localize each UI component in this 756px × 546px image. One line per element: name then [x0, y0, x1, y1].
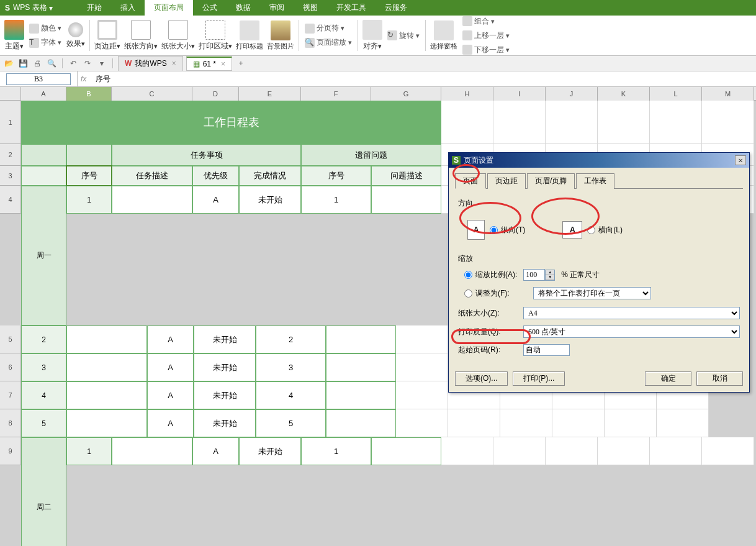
cell[interactable]: [66, 381, 147, 409]
print-quality-select[interactable]: 600 点/英寸: [523, 325, 740, 338]
cell[interactable]: [21, 144, 66, 166]
col-header[interactable]: C: [112, 87, 192, 101]
cell[interactable]: [500, 409, 552, 437]
cell[interactable]: [396, 353, 448, 381]
col-header[interactable]: G: [371, 87, 441, 101]
cell[interactable]: A: [147, 325, 194, 353]
row-header[interactable]: 4: [0, 186, 21, 214]
tab-review[interactable]: 审阅: [260, 0, 294, 16]
background-button[interactable]: 背景图片: [266, 19, 295, 52]
fit-to-select[interactable]: 将整个工作表打印在一页: [533, 287, 651, 299]
fx-icon[interactable]: fx: [81, 75, 86, 83]
col-header[interactable]: H: [441, 87, 493, 101]
tab-data[interactable]: 数据: [227, 0, 260, 16]
cell[interactable]: 未开始: [194, 353, 256, 381]
effects-button[interactable]: 效果▾: [65, 21, 86, 50]
cell[interactable]: 序号: [66, 166, 112, 186]
row-header[interactable]: 8: [0, 409, 21, 437]
cell[interactable]: 序号: [301, 166, 371, 186]
options-button[interactable]: 选项(O)...: [455, 371, 508, 386]
cell[interactable]: 4: [256, 381, 326, 409]
dialog-tab-header[interactable]: 页眉/页脚: [527, 173, 575, 189]
cell[interactable]: [552, 409, 605, 437]
colors-button[interactable]: 颜色▾: [27, 22, 64, 35]
row-header[interactable]: 5: [0, 325, 21, 353]
col-header[interactable]: L: [650, 87, 702, 101]
cell[interactable]: A: [147, 353, 194, 381]
dialog-close-button[interactable]: ✕: [735, 155, 746, 165]
paper-size-button[interactable]: 纸张大小▾: [160, 19, 196, 53]
select-all-corner[interactable]: [0, 87, 21, 101]
doc-tab-mywps[interactable]: W 我的WPS ×: [118, 56, 183, 71]
cell[interactable]: 任务描述: [112, 166, 192, 186]
cell[interactable]: 4: [21, 381, 66, 409]
scale-ratio-radio[interactable]: 缩放比例(A):: [464, 270, 517, 280]
cell[interactable]: 1: [66, 437, 112, 465]
app-menu-dropdown[interactable]: ▾: [49, 4, 53, 12]
cell[interactable]: [326, 409, 396, 437]
qa-undo-icon[interactable]: ↶: [68, 58, 79, 69]
col-header[interactable]: M: [702, 87, 754, 101]
cell[interactable]: 1: [66, 186, 112, 214]
cell[interactable]: [371, 437, 441, 465]
cell[interactable]: [326, 325, 396, 353]
cell[interactable]: 未开始: [239, 437, 301, 465]
qa-save-icon[interactable]: 💾: [17, 58, 29, 69]
cell[interactable]: 1: [301, 437, 371, 465]
cell[interactable]: [66, 325, 147, 353]
tab-start[interactable]: 开始: [78, 0, 111, 16]
cell[interactable]: 优先级: [192, 166, 239, 186]
print-titles-button[interactable]: 打印标题: [235, 19, 264, 52]
row-header[interactable]: 2: [0, 144, 21, 166]
group-button[interactable]: 组合▾: [460, 15, 512, 28]
col-header[interactable]: A: [21, 87, 66, 101]
cell[interactable]: [396, 381, 448, 409]
cell[interactable]: 周二: [21, 437, 66, 546]
cell[interactable]: [493, 437, 546, 465]
portrait-radio[interactable]: 纵向(T): [490, 225, 525, 235]
qa-preview-icon[interactable]: 🔍: [46, 58, 57, 69]
backward-button[interactable]: 下移一层▾: [460, 43, 512, 57]
qa-more-icon[interactable]: ▾: [96, 58, 107, 69]
cell[interactable]: 未开始: [194, 325, 256, 353]
landscape-radio[interactable]: 横向(L): [587, 225, 623, 235]
cell[interactable]: [326, 381, 396, 409]
col-header[interactable]: E: [239, 87, 301, 101]
cell[interactable]: 完成情况: [239, 166, 301, 186]
close-tab-icon[interactable]: ×: [221, 60, 225, 68]
cell[interactable]: 任务事项: [112, 144, 301, 166]
cell[interactable]: 5: [256, 409, 326, 437]
cell-reference-input[interactable]: [6, 73, 71, 85]
cell[interactable]: 未开始: [239, 186, 301, 214]
name-box[interactable]: [0, 71, 78, 86]
tab-cloud[interactable]: 云服务: [376, 0, 416, 16]
cell[interactable]: [396, 409, 448, 437]
cell[interactable]: [396, 325, 448, 353]
cell[interactable]: [112, 186, 192, 214]
cell[interactable]: [66, 144, 112, 166]
dialog-title-bar[interactable]: S页面设置 ✕: [449, 153, 749, 168]
cell[interactable]: [441, 101, 493, 144]
cell[interactable]: [448, 409, 500, 437]
forward-button[interactable]: 上移一层▾: [460, 29, 512, 42]
align-button[interactable]: 对齐▾: [361, 19, 384, 53]
tab-formula[interactable]: 公式: [193, 0, 227, 16]
cell[interactable]: [650, 437, 702, 465]
margins-button[interactable]: 页边距▾: [93, 19, 122, 53]
add-tab-icon[interactable]: +: [235, 58, 246, 69]
cell[interactable]: 周一: [21, 186, 66, 325]
cell[interactable]: A: [192, 437, 239, 465]
spinner-up-icon[interactable]: ▲: [546, 270, 554, 275]
col-header[interactable]: B: [66, 87, 112, 101]
theme-button[interactable]: 主题▾: [3, 19, 25, 53]
cell[interactable]: 2: [21, 325, 66, 353]
cell[interactable]: [702, 437, 754, 465]
cell[interactable]: 工作日程表: [21, 101, 441, 144]
row-header[interactable]: 9: [0, 437, 21, 465]
selection-pane-button[interactable]: 选择窗格: [429, 19, 459, 52]
col-header[interactable]: F: [301, 87, 371, 101]
cell[interactable]: [598, 101, 650, 144]
cell[interactable]: [112, 437, 192, 465]
cell[interactable]: 2: [256, 325, 326, 353]
col-header[interactable]: K: [598, 87, 650, 101]
